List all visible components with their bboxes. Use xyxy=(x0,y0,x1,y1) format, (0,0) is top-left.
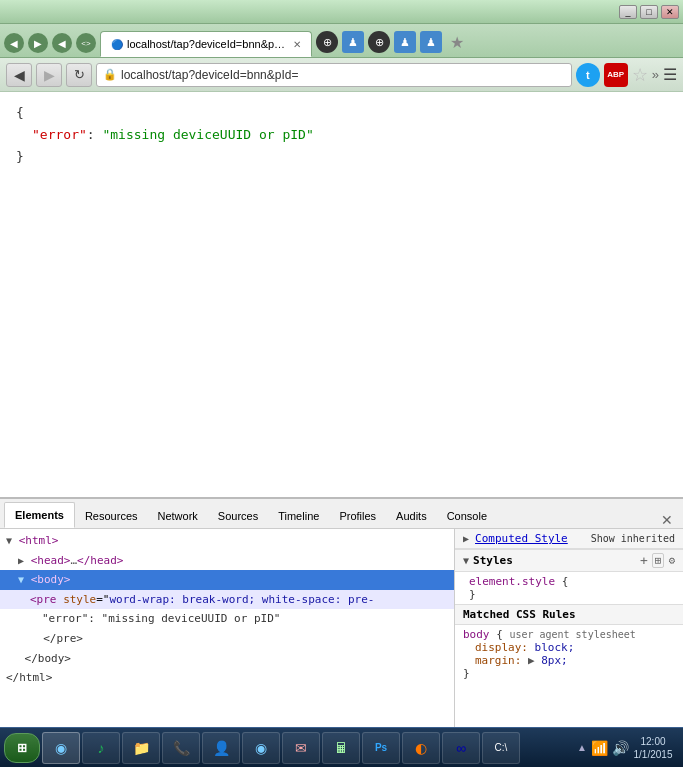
nav-back2-tab[interactable]: ◀ xyxy=(52,33,72,53)
address-lock-icon: 🔒 xyxy=(103,68,117,81)
person-tab-icon[interactable]: ♟ xyxy=(342,31,364,53)
head-close-tag: </head> xyxy=(77,554,123,567)
show-inherited-label: Show inherited xyxy=(591,533,675,544)
pre-attr-name: style xyxy=(63,593,96,606)
clock: 12:00 1/1/2015 xyxy=(633,735,673,761)
tray-arrow-icon[interactable]: ▲ xyxy=(577,742,587,753)
taskbar-cmd-btn[interactable]: C:\ xyxy=(482,732,520,764)
html-close-tag: </html> xyxy=(6,671,52,684)
clock-date: 1/1/2015 xyxy=(633,748,673,761)
elem-html[interactable]: ▼ <html> xyxy=(0,531,454,551)
reload-button[interactable]: ↻ xyxy=(66,63,92,87)
taskbar-user-btn[interactable]: 👤 xyxy=(202,732,240,764)
body-tag: <body> xyxy=(31,573,71,586)
elem-body[interactable]: ▼ <body> xyxy=(0,570,454,590)
rule-selector-line: body { user agent stylesheet xyxy=(463,628,675,641)
nav-forward-tab[interactable]: ▶ xyxy=(28,33,48,53)
devtools-tab-profiles[interactable]: Profiles xyxy=(329,504,386,528)
rule-prop-margin: margin: ▶ 8px; xyxy=(463,654,675,667)
toolbar-overflow-icon[interactable]: » xyxy=(652,67,659,82)
taskbar-chrome-btn[interactable]: ◉ xyxy=(42,732,80,764)
json-value: "missing deviceUUID or pID" xyxy=(102,127,313,142)
elem-body-close[interactable]: </body> xyxy=(0,649,454,669)
computed-style-triangle: ▶ xyxy=(463,533,469,544)
tray-network-icon[interactable]: 📶 xyxy=(591,740,608,756)
back-button[interactable]: ◀ xyxy=(6,63,32,87)
windows-logo-icon: ⊞ xyxy=(17,741,27,755)
tab-close-icon[interactable]: ✕ xyxy=(293,39,301,50)
rule-source: user agent stylesheet xyxy=(509,629,635,640)
devtools-tab-sources[interactable]: Sources xyxy=(208,504,268,528)
matched-rule-body: body { user agent stylesheet display: bl… xyxy=(455,625,683,683)
elem-pre-close[interactable]: </pre> xyxy=(0,629,454,649)
bookmark-icons-left: ◀ ▶ ◀ <> xyxy=(4,33,96,57)
tray-sound-icon[interactable]: 🔊 xyxy=(612,740,629,756)
rule-prop-name-margin: margin: xyxy=(475,654,521,667)
new-rule-icon[interactable]: ⊞ xyxy=(652,553,665,568)
main-content: { "error": "missing deviceUUID or pID" } xyxy=(0,92,683,497)
tab-bar: ◀ ▶ ◀ <> 🔵 localhost/tap?deviceId=bnn&pI… xyxy=(0,24,683,58)
code-tab-icon[interactable]: <> xyxy=(76,33,96,53)
devtools-tab-network[interactable]: Network xyxy=(148,504,208,528)
json-line-open: { xyxy=(16,102,667,124)
devtools-tab-timeline[interactable]: Timeline xyxy=(268,504,329,528)
menu-icon[interactable]: ☰ xyxy=(663,65,677,84)
taskbar-mail-btn[interactable]: ✉ xyxy=(282,732,320,764)
taskbar-photoshop-btn[interactable]: ◐ xyxy=(402,732,440,764)
forward-button[interactable]: ▶ xyxy=(36,63,62,87)
devtools-panel: Elements Resources Network Sources Timel… xyxy=(0,497,683,765)
devtools-tab-elements[interactable]: Elements xyxy=(4,502,75,528)
elem-pre-content[interactable]: "error": "missing deviceUUID or pID" xyxy=(0,609,454,629)
settings-icon[interactable]: ⚙ xyxy=(668,554,675,567)
nav-back-tab[interactable]: ◀ xyxy=(4,33,24,53)
start-button[interactable]: ⊞ xyxy=(4,733,40,763)
address-bar[interactable]: 🔒 xyxy=(96,63,572,87)
expand-icon[interactable]: ▶ xyxy=(528,654,535,667)
styles-header: ▼ Styles + ⊞ ⚙ xyxy=(455,549,683,572)
rule-selector: body xyxy=(463,628,490,641)
devtools-tab-resources[interactable]: Resources xyxy=(75,504,148,528)
github2-tab-icon[interactable]: ⊕ xyxy=(368,31,390,53)
devtools-tab-audits[interactable]: Audits xyxy=(386,504,437,528)
devtools-close-icon[interactable]: ✕ xyxy=(655,512,679,528)
taskbar-chrome2-btn[interactable]: ◉ xyxy=(242,732,280,764)
adblock-button[interactable]: ABP xyxy=(604,63,628,87)
star-tab-icon[interactable]: ★ xyxy=(446,31,468,53)
add-style-icon[interactable]: + xyxy=(640,553,648,568)
elem-selector: element.style xyxy=(469,575,555,588)
close-button[interactable]: ✕ xyxy=(661,5,679,19)
taskbar-arduino-btn[interactable]: ∞ xyxy=(442,732,480,764)
github-tab-icon[interactable]: ⊕ xyxy=(316,31,338,53)
elem-head[interactable]: ▶ <head>…</head> xyxy=(0,551,454,571)
person3-tab-icon[interactable]: ♟ xyxy=(420,31,442,53)
taskbar-explorer-btn[interactable]: 📁 xyxy=(122,732,160,764)
taskbar-calc-btn[interactable]: 🖩 xyxy=(322,732,360,764)
devtools-tab-console[interactable]: Console xyxy=(437,504,497,528)
browser-tab-active[interactable]: 🔵 localhost/tap?deviceId=bnn&pId= ✕ xyxy=(100,31,312,57)
elem-html-close[interactable]: </html> xyxy=(0,668,454,688)
navigation-toolbar: ◀ ▶ ↻ 🔒 t ABP ☆ » ☰ xyxy=(0,58,683,92)
taskbar-ps-btn[interactable]: Ps xyxy=(362,732,400,764)
tab-title: localhost/tap?deviceId=bnn&pId= xyxy=(127,38,287,50)
head-tag: <head> xyxy=(31,554,71,567)
taskbar-spotify-btn[interactable]: ♪ xyxy=(82,732,120,764)
taskbar-phone-btn[interactable]: 📞 xyxy=(162,732,200,764)
head-triangle-icon: ▶ xyxy=(18,555,24,566)
computed-style-link[interactable]: Computed Style xyxy=(475,532,568,545)
person2-tab-icon[interactable]: ♟ xyxy=(394,31,416,53)
address-input[interactable] xyxy=(121,68,565,82)
json-line-close: } xyxy=(16,146,667,168)
maximize-button[interactable]: □ xyxy=(640,5,658,19)
pre-close-tag: </pre> xyxy=(30,632,83,645)
minimize-button[interactable]: _ xyxy=(619,5,637,19)
bookmark-icons-right: ⊕ ♟ ⊕ ♟ ♟ ★ xyxy=(316,31,468,57)
element-style-block: element.style { } xyxy=(455,572,683,604)
bookmark-star-icon[interactable]: ☆ xyxy=(632,64,648,86)
windows-taskbar: ⊞ ◉ ♪ 📁 📞 👤 ◉ ✉ 🖩 Ps ◐ ∞ C:\ ▲ 📶 🔊 12:00… xyxy=(0,727,683,767)
elem-pre[interactable]: <pre style="word-wrap: break-word; white… xyxy=(0,590,454,610)
html-tag: <html> xyxy=(19,534,59,547)
twitter-button[interactable]: t xyxy=(576,63,600,87)
styles-triangle-icon: ▼ xyxy=(463,555,469,566)
pre-attr-val: word-wrap: break-word; white-space: pre- xyxy=(110,593,375,606)
clock-time: 12:00 xyxy=(633,735,673,748)
